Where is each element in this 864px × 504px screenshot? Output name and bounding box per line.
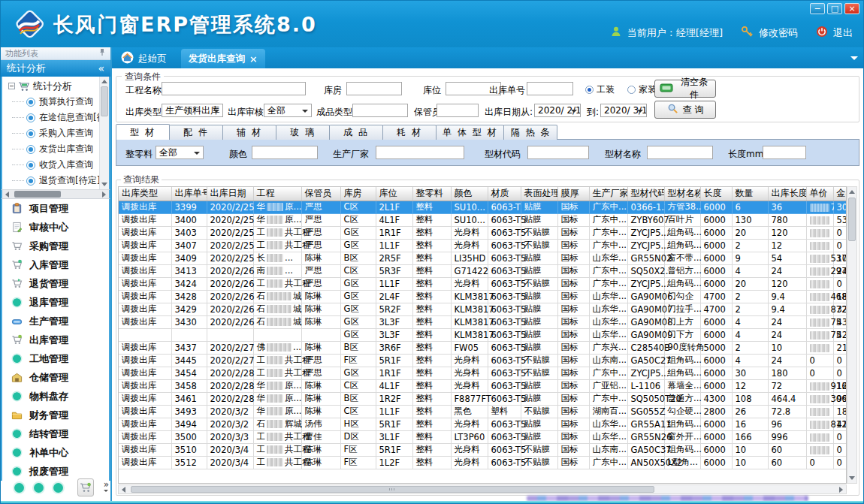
column-header[interactable]: 表面处理	[521, 187, 557, 201]
close-button[interactable]: ×	[844, 3, 859, 14]
out-type-select[interactable]: 生产领料出库	[162, 104, 223, 117]
order-no-input[interactable]	[527, 82, 573, 95]
table-row[interactable]: 调拨出库34302020/2/26石城陈琳G区3L3F整料KLM38176063…	[119, 315, 847, 328]
project-name-input[interactable]	[162, 82, 306, 95]
column-header[interactable]: 工程	[253, 187, 301, 201]
tree-item[interactable]: 收货入库查询	[2, 157, 109, 173]
date-to-select[interactable]: 2020/ 3/16	[600, 104, 647, 117]
scroll-right-icon[interactable]	[100, 190, 109, 199]
collapsed-menu-dot[interactable]	[34, 483, 44, 493]
product-type-input[interactable]	[352, 104, 408, 117]
column-header[interactable]: 膜厚	[557, 187, 589, 201]
whole-part-select[interactable]: 全部	[156, 146, 204, 159]
grid-hscroll-thumb[interactable]	[131, 486, 654, 493]
table-row[interactable]: 调拨出库34072020/2/25工共工程严思G区1L1F整料光身料6063-T…	[119, 239, 847, 252]
keeper-input[interactable]	[437, 104, 479, 117]
column-header[interactable]: 材质	[488, 187, 521, 201]
tab-shipment-query[interactable]: 发货出库查询 ×	[181, 49, 265, 68]
color-input[interactable]	[252, 146, 318, 159]
scroll-up-icon[interactable]	[847, 187, 856, 196]
column-header[interactable]: 出库单号	[171, 187, 207, 201]
column-header[interactable]: 库房	[340, 187, 376, 201]
column-header[interactable]: 库位	[376, 187, 412, 201]
table-row[interactable]: 调拨出库34282020/2/26石城陈琳G区2L4F整料KLM38176063…	[119, 290, 847, 303]
column-header[interactable]: 单价	[806, 187, 833, 201]
column-header[interactable]: 整零料	[412, 187, 451, 201]
tree-expander-icon[interactable]	[8, 83, 15, 89]
radio-jiazhuang[interactable]: 家装	[627, 83, 657, 96]
collapse-icon[interactable]: «	[98, 62, 104, 74]
pin-icon[interactable]	[98, 48, 106, 59]
clear-conditions-button[interactable]: 清空条件	[654, 80, 716, 98]
table-row[interactable]: 调拨出库34542020/2/28工共工程严思G区1R1F整料光身料6063-T…	[119, 367, 847, 379]
table-row[interactable]: 调拨出库35102020/3/4工共工程陈琳F区5R1F整料光身料6063-T5…	[119, 443, 847, 456]
table-row[interactable]: 调拨出库35122020/3/4工共工程陈琳F区1L2F整料光身料6063-T5…	[119, 456, 847, 469]
tree-root[interactable]: 统计分析	[2, 78, 109, 94]
column-header[interactable]: 出库类型	[119, 187, 171, 201]
collapsed-menu-dot[interactable]	[14, 483, 24, 493]
table-row[interactable]: 调拨出库34372020/2/27佛...陈琳B区3R6F整料FW056063-…	[119, 341, 847, 354]
table-row[interactable]: 调拨出库34292020/2/26石城陈琳G区5R2F整料KLM38176063…	[119, 303, 847, 315]
date-from-select[interactable]: 2020/ 2/16	[534, 104, 581, 117]
length-input[interactable]	[763, 146, 806, 159]
table-row[interactable]: 调拨出库34132020/2/26南...严思C区5R3F整料G71422606…	[119, 264, 847, 277]
column-header[interactable]: 型材代码	[627, 187, 664, 201]
material-tab-辅材[interactable]: 辅 材	[222, 125, 276, 140]
column-header[interactable]: 出库长度	[768, 187, 806, 201]
sidebar-item-出库管理[interactable]: 出库管理	[2, 330, 109, 349]
sidebar-item-工地管理[interactable]: 工地管理	[2, 349, 109, 368]
material-tab-配件[interactable]: 配 件	[169, 125, 223, 140]
column-header[interactable]: 长度	[700, 187, 732, 201]
sidebar-item-退库管理[interactable]: 退库管理	[2, 293, 109, 312]
material-tab-型材[interactable]: 型 材	[116, 124, 170, 140]
collapsed-cart-button[interactable]	[77, 478, 94, 496]
column-header[interactable]: 金额	[833, 187, 847, 201]
scroll-down-icon[interactable]	[100, 180, 109, 189]
table-row[interactable]: G区3L3F整料KLM38176063-T5贴膜国标山东华...GA90M09.…	[119, 328, 847, 341]
profile-code-input[interactable]	[527, 146, 589, 159]
stats-section-header[interactable]: 统计分析 «	[1, 60, 110, 77]
material-tab-隔热条[interactable]: 隔 热 条	[503, 125, 557, 140]
table-row[interactable]: 调拨出库34092020/2/25长...陈琳B区2R5F整料LI35HD606…	[119, 252, 847, 264]
warehouse-input[interactable]	[346, 82, 402, 95]
column-header[interactable]: 生产厂家	[589, 187, 627, 201]
table-row[interactable]: 调拨出库34932020/3/2华原...陈琳C区1L1F整料黑色塑料不贴膜国标…	[119, 405, 847, 418]
tab-list-dropdown-icon[interactable]	[850, 56, 858, 64]
table-row[interactable]: 调拨出库34582020/2/28华原...陈琳C区4L1F整料光身料6063-…	[119, 379, 847, 392]
scroll-left-icon[interactable]	[2, 190, 11, 199]
material-tab-成品[interactable]: 成 品	[329, 125, 383, 140]
table-row[interactable]: 调拨出库34452020/2/27工共工程严思F区5R1F整料光身料6063-T…	[119, 354, 847, 367]
sidebar-item-采购管理[interactable]: 采购管理	[2, 237, 109, 255]
sidebar-item-项目管理[interactable]: 项目管理	[2, 199, 109, 218]
change-password-link[interactable]: 修改密码	[759, 26, 798, 40]
sidebar-item-仓储管理[interactable]: 仓储管理	[2, 368, 109, 387]
collapsed-menu-dot[interactable]	[53, 483, 63, 493]
tree-item[interactable]: 发货出库查询	[2, 141, 109, 157]
column-header[interactable]: 保管员	[301, 187, 340, 201]
tree-item[interactable]: 采购入库查询	[2, 125, 109, 141]
grid-vertical-scrollbar[interactable]	[847, 186, 857, 484]
column-header[interactable]: 数量	[732, 187, 768, 201]
tree-horizontal-scrollbar[interactable]	[1, 189, 110, 199]
scroll-left-icon[interactable]	[119, 485, 128, 494]
sidebar-item-生产管理[interactable]: 生产管理	[2, 312, 109, 330]
logout-link[interactable]: 退出	[833, 26, 853, 40]
material-tab-单体型材[interactable]: 单 体 型 材	[436, 125, 504, 140]
table-row[interactable]: 调拨出库34242020/2/26工共工程严思G区1L1F整料光身料6063-T…	[119, 277, 847, 290]
sidebar-item-财务管理[interactable]: 财务管理	[2, 406, 109, 424]
table-row[interactable]: 调拨出库33992020/2/25华原...严思C区2L1F整料SU10...6…	[119, 201, 847, 213]
sidebar-item-退货管理[interactable]: 退货管理	[2, 274, 109, 293]
tree-vertical-scrollbar[interactable]	[99, 77, 109, 189]
table-row[interactable]: 调拨出库35002020/3/3工共工程曹佳D区3L1F整料LT3P606063…	[119, 430, 847, 443]
overflow-chevron[interactable]: »	[104, 481, 109, 494]
material-tab-玻璃[interactable]: 玻 璃	[276, 125, 330, 140]
column-header[interactable]: 出库日期	[207, 187, 253, 201]
table-row[interactable]: 调拨出库34032020/2/25工共工程严思G区1R1F整料光身料6063-T…	[119, 226, 847, 239]
grid-horizontal-scrollbar[interactable]	[118, 484, 847, 494]
tab-close-icon[interactable]: ×	[249, 53, 258, 65]
maximize-button[interactable]: □	[827, 3, 842, 14]
tree-hscroll-thumb[interactable]	[14, 191, 61, 198]
tab-home[interactable]: 起始页	[113, 49, 174, 68]
minimize-button[interactable]: ─	[810, 3, 825, 14]
sidebar-item-补单中心[interactable]: 补单中心	[2, 443, 109, 462]
